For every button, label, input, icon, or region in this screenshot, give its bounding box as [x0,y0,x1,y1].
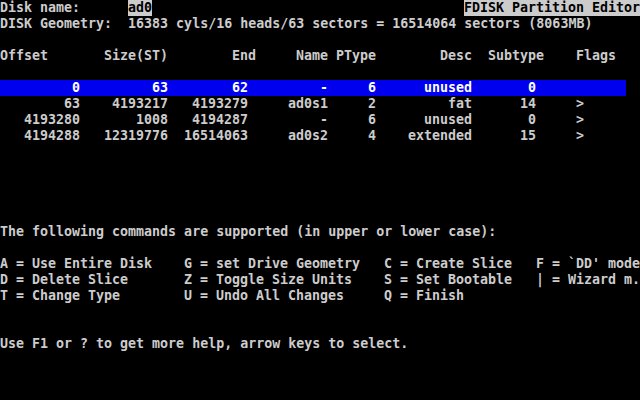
cell-subtype: 14 [520,96,536,112]
command-row: T = Change Type U = Undo All Changes Q =… [0,288,640,304]
col-header-offset: Offset [0,48,48,64]
command-item: Q = Finish [384,288,464,304]
cell-name: - [320,112,328,128]
command-row: A = Use Entire Disk G = set Drive Geomet… [0,256,640,272]
cell-name: - [320,80,328,96]
cell-ptype: 2 [368,96,376,112]
cell-end: 4194287 [192,112,248,128]
cell-subtype: 15 [520,128,536,144]
col-header-flags: Flags [576,48,616,64]
cell-subtype: 0 [528,112,536,128]
cell-end: 16514063 [184,128,248,144]
cell-ptype: 6 [368,112,376,128]
command-item: G = set Drive Geometry [184,256,360,272]
cell-ptype: 4 [368,128,376,144]
cell-flags: > [576,96,584,112]
command-row: D = Delete Slice Z = Toggle Size Units S… [0,272,640,288]
col-header-end: End [232,48,256,64]
cell-size: 4193217 [112,96,168,112]
commands-intro-text: The following commands are supported (in… [0,224,496,240]
col-header-desc: Desc [440,48,472,64]
cell-name: ad0s1 [288,96,328,112]
table-header-row: Offset Size(ST) End Name PType Desc Subt… [0,48,640,64]
help-text: Use F1 or ? to get more help, arrow keys… [0,336,408,352]
command-item: U = Undo All Changes [184,288,344,304]
partition-row[interactable]: 63 4193217 4193279 ad0s1 2 fat 14 > [0,96,640,112]
geometry-line: DISK Geometry: 16383 cyls/16 heads/63 se… [0,16,640,32]
partition-row[interactable]: 4193280 1008 4194287 - 6 unused 0 > [0,112,640,128]
col-header-size: Size(ST) [104,48,168,64]
cell-flags: > [576,112,584,128]
partition-row[interactable]: 4194288 12319776 16514063 ad0s2 4 extend… [0,128,640,144]
command-item: S = Set Bootable [384,272,512,288]
command-item: A = Use Entire Disk [0,256,152,272]
command-item: C = Create Slice [384,256,512,272]
cell-desc: unused [424,112,472,128]
cell-size: 12319776 [104,128,168,144]
page-title: FDISK Partition Editor [464,0,640,16]
cell-end: 62 [232,80,248,96]
cell-offset: 0 [72,80,80,96]
cell-desc: fat [448,96,472,112]
cell-subtype: 0 [528,80,536,96]
cell-offset: 4193280 [24,112,80,128]
command-item: | = Wizard m. [536,272,640,288]
partition-row[interactable]: 0 63 62 - 6 unused 0 [0,80,640,96]
disk-name-label: Disk name: [0,0,80,16]
status-line: Use F1 or ? to get more help, arrow keys… [0,336,640,352]
cell-end: 4193279 [192,96,248,112]
col-header-subtype: Subtype [488,48,544,64]
command-item: Z = Toggle Size Units [184,272,352,288]
fdisk-partition-editor-screen: Disk name: ad0 FDISK Partition Editor DI… [0,0,640,400]
cell-flags: > [576,128,584,144]
col-header-name: Name [296,48,328,64]
command-item: F = `DD' mode [536,256,640,272]
col-header-ptype: PType [336,48,376,64]
cell-desc: unused [424,80,472,96]
cell-size: 63 [152,80,168,96]
disk-geometry-text: DISK Geometry: 16383 cyls/16 heads/63 se… [0,16,592,32]
cell-size: 1008 [136,112,168,128]
commands-intro-row: The following commands are supported (in… [0,224,640,240]
command-item: D = Delete Slice [0,272,128,288]
top-bar: Disk name: ad0 FDISK Partition Editor [0,0,640,16]
cell-offset: 4194288 [24,128,80,144]
command-item: T = Change Type [0,288,120,304]
disk-name-field: ad0 [128,0,152,16]
cell-name: ad0s2 [288,128,328,144]
cell-ptype: 6 [368,80,376,96]
cell-offset: 63 [64,96,80,112]
cell-desc: extended [408,128,472,144]
